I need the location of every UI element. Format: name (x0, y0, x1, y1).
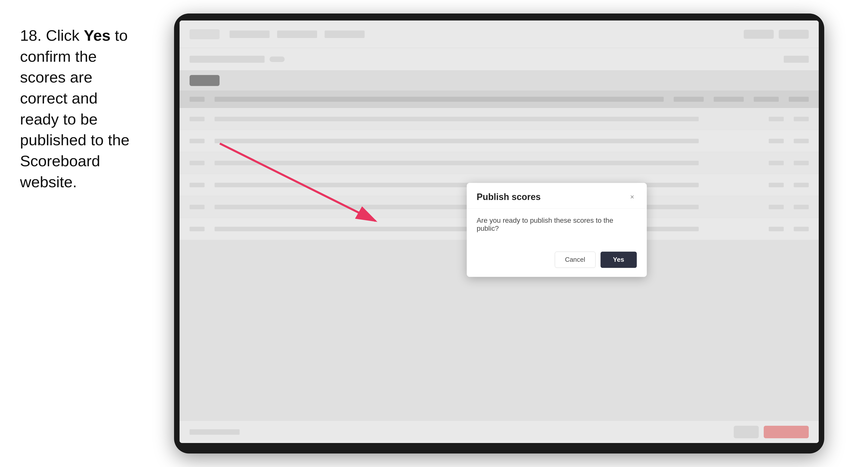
dialog-title: Publish scores (477, 192, 541, 202)
yes-bold: Yes (84, 27, 111, 44)
publish-scores-dialog: Publish scores × Are you ready to publis… (467, 183, 647, 277)
tablet-device: Publish scores × Are you ready to publis… (174, 13, 824, 454)
step-number: 18. (20, 27, 41, 44)
dialog-message: Are you ready to publish these scores to… (477, 217, 637, 232)
dialog-cancel-button[interactable]: Cancel (555, 251, 595, 268)
dialog-close-button[interactable]: × (628, 192, 637, 201)
tablet-screen: Publish scores × Are you ready to publis… (180, 21, 819, 443)
dialog-yes-button[interactable]: Yes (600, 251, 637, 268)
tablet-wrapper: Publish scores × Are you ready to publis… (150, 13, 848, 454)
dialog-footer: Cancel Yes (467, 251, 647, 277)
dialog-header: Publish scores × (467, 183, 647, 209)
dialog-body: Are you ready to publish these scores to… (467, 209, 647, 251)
instruction-text: 18. Click Yes to confirm the scores are … (20, 15, 150, 192)
